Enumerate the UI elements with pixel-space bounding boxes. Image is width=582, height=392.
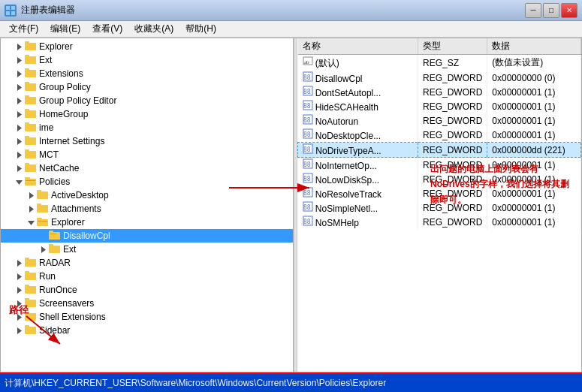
tree-item[interactable]: RunOnce xyxy=(1,283,293,297)
svg-marker-66 xyxy=(17,314,22,321)
registry-name: 88 NoResolveTrack xyxy=(298,186,418,201)
reg-icon: 88 xyxy=(303,116,313,127)
svg-rect-42 xyxy=(37,205,48,213)
maximize-button[interactable]: □ xyxy=(543,3,559,18)
svg-rect-36 xyxy=(25,177,30,179)
svg-text:88: 88 xyxy=(303,161,311,168)
svg-rect-70 xyxy=(25,327,36,334)
tree-label: Ext xyxy=(63,244,76,255)
tree-expander[interactable] xyxy=(13,54,25,66)
tree-item[interactable]: Ext xyxy=(1,243,293,256)
registry-row[interactable]: 88 NoSMHelpREG_DWORD0x00000001 (1) xyxy=(298,215,581,229)
registry-data: 0x00000001 (1) xyxy=(487,99,581,113)
tree-item[interactable]: Extensions xyxy=(1,67,293,80)
reg-icon: 88 xyxy=(303,175,313,185)
tree-expander[interactable] xyxy=(13,324,25,336)
svg-text:88: 88 xyxy=(303,117,311,124)
tree-item[interactable]: Group Policy Editor xyxy=(1,94,293,107)
svg-marker-69 xyxy=(17,327,22,334)
svg-marker-51 xyxy=(41,246,46,253)
menu-item-f[interactable]: 文件(F) xyxy=(3,21,44,37)
registry-row[interactable]: ab (默认)REG_SZ(数值未设置) xyxy=(298,55,581,71)
tree-item[interactable]: Internet Settings xyxy=(1,134,293,148)
folder-icon xyxy=(25,284,37,297)
svg-rect-27 xyxy=(25,136,29,138)
tree-item[interactable]: RADAR xyxy=(1,256,293,270)
tree-expander[interactable] xyxy=(13,311,25,323)
registry-row[interactable]: 88 DisallowCplREG_DWORD0x00000000 (0) xyxy=(298,71,581,85)
registry-name: 88 HideSCAHealth xyxy=(298,99,418,113)
menu-item-a[interactable]: 收藏夹(A) xyxy=(128,21,179,37)
tree-expander[interactable] xyxy=(25,203,37,215)
menu-item-h[interactable]: 帮助(H) xyxy=(179,21,222,37)
tree-label: Extensions xyxy=(39,68,83,79)
tree-item[interactable]: Run xyxy=(1,270,293,283)
tree-item[interactable]: Group Policy xyxy=(1,80,293,94)
tree-item[interactable]: Screensavers xyxy=(1,297,293,310)
tree-expander[interactable] xyxy=(13,122,25,134)
menu-item-e[interactable]: 编辑(E) xyxy=(44,21,86,37)
tree-expander[interactable] xyxy=(13,149,25,161)
tree-item[interactable]: Policies xyxy=(1,175,293,188)
tree-label: Attachments xyxy=(51,204,101,214)
tree-item[interactable]: Attachments xyxy=(1,202,293,216)
svg-text:88: 88 xyxy=(303,176,311,182)
registry-data: 0x00000001 (1) xyxy=(487,158,581,173)
svg-rect-3 xyxy=(11,11,15,15)
svg-rect-37 xyxy=(26,180,35,181)
registry-panel[interactable]: 名称 类型 数据 ab (默认)REG_SZ(数值未设置)88 Disallow… xyxy=(297,38,581,372)
tree-item[interactable]: ActiveDesktop xyxy=(1,188,293,202)
registry-row[interactable]: 88 NoLowDiskSp...REG_DWORD0x00000001 (1) xyxy=(298,172,581,186)
tree-expander[interactable] xyxy=(13,68,25,80)
tree-item[interactable]: Shell Extensions xyxy=(1,310,293,324)
folder-icon xyxy=(25,149,37,161)
registry-row[interactable]: 88 NoResolveTrackREG_DWORD0x00000001 (1) xyxy=(298,186,581,201)
registry-row[interactable]: 88 NoAutorunREG_DWORD0x00000001 (1) xyxy=(298,113,581,128)
tree-expander[interactable] xyxy=(13,257,25,269)
registry-row[interactable]: 88 NoDriveTypeA...REG_DWORD0x000000dd (2… xyxy=(298,143,581,158)
tree-expander[interactable] xyxy=(13,135,25,147)
svg-rect-26 xyxy=(25,137,36,145)
tree-label: Shell Extensions xyxy=(39,312,106,322)
registry-row[interactable]: 88 NoSimpleNetl...REG_DWORD0x00000001 (1… xyxy=(298,201,581,215)
tree-item[interactable]: Explorer xyxy=(1,40,293,53)
registry-data: 0x00000001 (1) xyxy=(487,201,581,215)
tree-expander[interactable] xyxy=(13,95,25,107)
tree-expander[interactable] xyxy=(37,230,49,242)
tree-expander[interactable] xyxy=(13,284,25,296)
registry-row[interactable]: 88 NoDesktopCle...REG_DWORD0x00000001 (1… xyxy=(298,128,581,143)
tree-item[interactable]: Ext xyxy=(1,53,293,67)
tree-item[interactable]: HomeGroup xyxy=(1,107,293,121)
svg-text:88: 88 xyxy=(303,219,311,225)
registry-row[interactable]: 88 NoInternetOp...REG_DWORD0x00000001 (1… xyxy=(298,158,581,173)
tree-panel[interactable]: ExplorerExtExtensionsGroup PolicyGroup P… xyxy=(1,38,294,372)
menu-item-v[interactable]: 查看(V) xyxy=(86,21,128,37)
registry-row[interactable]: 88 HideSCAHealthREG_DWORD0x00000001 (1) xyxy=(298,99,581,113)
tree-expander[interactable] xyxy=(37,243,49,255)
svg-rect-40 xyxy=(37,190,41,192)
tree-expander[interactable] xyxy=(25,189,37,201)
tree-item[interactable]: ime xyxy=(1,121,293,134)
registry-row[interactable]: 88 DontSetAutopl...REG_DWORD0x00000001 (… xyxy=(298,85,581,99)
tree-expander[interactable] xyxy=(13,162,25,174)
tree-item[interactable]: DisallowCpl xyxy=(1,229,293,243)
tree-expander[interactable] xyxy=(13,108,25,120)
tree-item[interactable]: Sidebar xyxy=(1,324,293,337)
minimize-button[interactable]: ─ xyxy=(525,3,541,18)
tree-item[interactable]: Explorer xyxy=(1,216,293,229)
tree-expander[interactable] xyxy=(13,270,25,282)
registry-data: 0x00000000 (0) xyxy=(487,71,581,85)
svg-rect-39 xyxy=(37,191,48,199)
tree-expander[interactable] xyxy=(13,81,25,93)
registry-type: REG_DWORD xyxy=(418,71,487,85)
tree-expander[interactable] xyxy=(13,176,25,188)
tree-expander[interactable] xyxy=(25,216,37,228)
tree-label: Run xyxy=(39,271,56,282)
tree-item[interactable]: NetCache xyxy=(1,161,293,175)
tree-expander[interactable] xyxy=(13,41,25,53)
tree-label: MCT xyxy=(39,149,59,160)
registry-name: 88 NoDesktopCle... xyxy=(298,128,418,143)
close-button[interactable]: ✕ xyxy=(561,3,577,18)
tree-item[interactable]: MCT xyxy=(1,148,293,161)
tree-expander[interactable] xyxy=(13,297,25,309)
